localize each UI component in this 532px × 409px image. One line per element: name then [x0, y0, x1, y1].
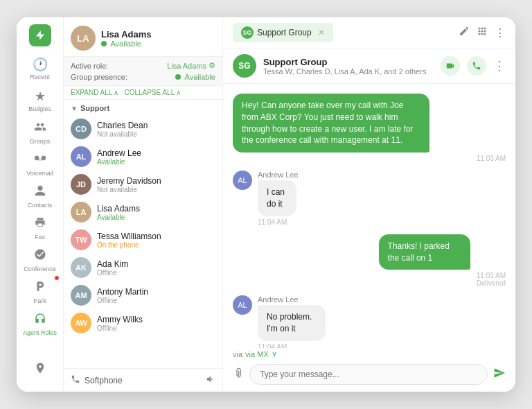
chat-input-row — [223, 360, 515, 392]
sidebar-item-label: Budgies — [28, 105, 51, 112]
contact-avatar: LA — [71, 202, 91, 223]
contact-item-antony-martin[interactable]: AM Antony Martin Offline — [64, 281, 222, 309]
recv-bubble-container: Andrew Lee No problem. I'm on it 11:04 A… — [258, 295, 352, 348]
agent-roles-icon — [34, 312, 46, 328]
contact-name: Andrew Lee — [97, 148, 215, 158]
sidebar-item-label: Recent — [30, 73, 50, 80]
contact-name: Charles Dean — [97, 121, 215, 130]
chevron-up-icon2: ∧ — [176, 89, 181, 96]
video-call-button[interactable] — [441, 56, 460, 76]
send-button[interactable] — [493, 367, 506, 383]
expand-all-button[interactable]: EXPAND ALL ∧ — [71, 89, 118, 96]
messages-area: Hey! Can anyone take over my call with J… — [223, 84, 515, 348]
more-vert-icon[interactable]: ⋮ — [495, 26, 506, 40]
message-time: 11:04 AM — [258, 218, 312, 226]
park-icon — [34, 280, 46, 296]
message-time: 11:03 AM — [233, 155, 506, 162]
contact-name: Ammy Wilks — [97, 315, 215, 324]
location-icon — [34, 362, 46, 378]
sidebar-item-label: Fax — [35, 234, 45, 241]
attach-icon[interactable] — [233, 367, 244, 381]
sidebar-item-recent[interactable]: 🕐 Recent — [22, 53, 58, 84]
profile-info: Lisa Adams Available — [101, 29, 215, 48]
role-row: Active role: Lisa Adams ⚙ — [71, 61, 215, 70]
message-time: 11:04 AM — [258, 343, 352, 348]
contact-info: Charles Dean Not available — [97, 121, 215, 138]
message-sent-1: Hey! Can anyone take over my call with J… — [233, 94, 506, 162]
sidebar-item-fax[interactable]: Fax — [22, 213, 58, 243]
recent-icon: 🕐 — [33, 57, 48, 72]
grid-icon[interactable] — [477, 26, 488, 40]
expand-bar: EXPAND ALL ∧ COLLAPSE ALL ∧ — [64, 86, 222, 100]
contact-item-ada-kim[interactable]: AK Ada Kim Offline — [64, 254, 222, 281]
chat-more-icon[interactable]: ⋮ — [493, 58, 506, 73]
collapse-all-button[interactable]: COLLAPSE ALL ∧ — [124, 89, 181, 96]
contact-info: Andrew Lee Available — [97, 148, 215, 166]
icon-nav: 🕐 Recent ★ Budgies Groups Voicemail Cont… — [17, 17, 64, 392]
group-presence-label: Group presence: — [71, 73, 127, 81]
via-label: via — [233, 350, 242, 358]
delivered-status: Delivered — [379, 279, 506, 287]
contact-info: Antony Martin Offline — [97, 287, 215, 304]
chat-header-name: Support Group — [263, 57, 434, 67]
app-logo[interactable] — [29, 24, 51, 46]
edit-icon[interactable] — [459, 26, 470, 40]
chat-top-icons: ⋮ — [459, 26, 506, 40]
sidebar-item-contacts[interactable]: Contacts — [22, 181, 58, 211]
group-chevron: ▼ — [71, 105, 78, 112]
bubble-text: Hey! Can anyone take over my call with J… — [233, 94, 429, 153]
budgies-icon: ★ — [35, 89, 46, 104]
contact-item-jeremy-davidson[interactable]: JD Jeremy Davidson Not available — [64, 171, 222, 198]
bubble-text: I can do it — [258, 180, 296, 216]
contact-item-lisa-adams[interactable]: LA Lisa Adams Available — [64, 198, 222, 226]
message-recv-1: AL Andrew Lee I can do it 11:04 AM — [233, 171, 506, 226]
recv-bubble-container: Andrew Lee I can do it 11:04 AM — [258, 171, 312, 226]
tab-close-icon[interactable]: ✕ — [318, 28, 325, 37]
sidebar-item-voicemail[interactable]: Voicemail — [22, 149, 58, 180]
message-recv-2: AL Andrew Lee No problem. I'm on it 11:0… — [233, 295, 506, 348]
tab-label: Support Group — [257, 28, 312, 37]
sidebar-item-conference[interactable]: Conference — [22, 245, 58, 275]
chevron-down-icon[interactable]: ∨ — [272, 349, 277, 358]
contact-item-andrew-lee[interactable]: AL Andrew Lee Available — [64, 143, 222, 171]
phone-call-button[interactable] — [467, 56, 486, 76]
presence-text: Available — [185, 73, 215, 81]
sidebar-item-budgies[interactable]: ★ Budgies — [22, 85, 58, 116]
contact-status: Offline — [97, 324, 215, 332]
chat-header-members: Tessa W, Charles D, Lisa A, Ada K, and 2… — [263, 67, 434, 76]
contact-status: Not available — [97, 186, 215, 193]
contact-name: Lisa Adams — [97, 204, 215, 214]
sidebar-item-groups[interactable]: Groups — [22, 117, 58, 148]
message-input[interactable] — [249, 364, 488, 385]
group-header-support[interactable]: ▼ Support — [64, 100, 222, 115]
sidebar-item-label: Contacts — [28, 202, 53, 209]
sidebar-item-agent-roles[interactable]: Agent Roles — [22, 308, 58, 339]
conference-icon — [34, 248, 46, 264]
profile-name: Lisa Adams — [101, 29, 215, 40]
sidebar-item-label: Groups — [30, 138, 51, 145]
message-time: 11:03 AM — [379, 272, 506, 279]
profile-status-text: Available — [110, 40, 141, 48]
contact-avatar: TW — [71, 229, 91, 250]
fax-icon — [34, 216, 46, 232]
contact-info: Ada Kim Offline — [97, 259, 215, 277]
tab-support-group[interactable]: SG Support Group ✕ — [233, 23, 333, 42]
contact-status: Offline — [97, 269, 215, 277]
chat-group-avatar: SG — [233, 54, 256, 78]
message-sent-2: Thanks! I parked the call on 1 11:03 AM … — [233, 234, 506, 288]
volume-icon[interactable] — [206, 374, 215, 386]
role-link[interactable]: Lisa Adams ⚙ — [167, 61, 215, 70]
contact-status: On the phone — [97, 241, 215, 249]
sidebar-item-park[interactable]: Park — [22, 277, 58, 307]
contact-item-charles-dean[interactable]: CD Charles Dean Not available — [64, 115, 222, 143]
msg-sender: Andrew Lee — [258, 171, 312, 179]
contact-avatar: AM — [71, 285, 91, 306]
contact-info: Jeremy Davidson Not available — [97, 176, 215, 193]
contact-item-ammy-wilks[interactable]: AW Ammy Wilks Offline — [64, 309, 222, 337]
contact-item-tessa-williamson[interactable]: TW Tessa Williamson On the phone — [64, 226, 222, 254]
sidebar-item-location[interactable] — [22, 354, 58, 385]
chat-panel: SG Support Group ✕ ⋮ SG Support Group Te… — [223, 17, 515, 392]
sent-bubble: Thanks! I parked the call on 1 11:03 AM … — [379, 234, 506, 288]
chat-tabs: SG Support Group ✕ — [233, 23, 453, 42]
sidebar-item-label: Park — [33, 297, 46, 304]
